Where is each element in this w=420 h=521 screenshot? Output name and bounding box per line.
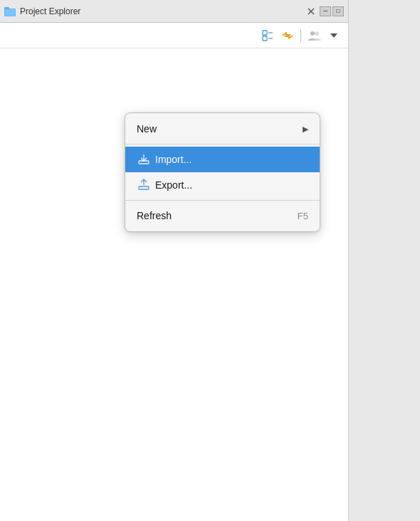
scrollbar-area <box>349 0 420 521</box>
refresh-shortcut: F5 <box>298 211 308 221</box>
svg-point-9 <box>310 31 315 36</box>
menu-item-new-label: New <box>137 123 303 135</box>
menu-item-refresh-label: Refresh <box>137 210 298 221</box>
toolbar-separator <box>300 29 301 42</box>
submenu-arrow-icon: ▶ <box>303 125 308 134</box>
project-explorer-panel: Project Explorer ─ □ <box>0 0 349 521</box>
menu-item-new[interactable]: New ▶ <box>125 116 320 142</box>
title-bar: Project Explorer ─ □ <box>0 0 348 23</box>
svg-rect-2 <box>5 9 15 16</box>
minimize-button[interactable]: ─ <box>320 6 331 16</box>
collapse-all-button[interactable] <box>259 27 276 44</box>
toolbar <box>0 23 348 48</box>
svg-point-10 <box>315 31 319 36</box>
window-controls: ─ □ <box>320 6 344 16</box>
menu-item-import[interactable]: Import... <box>125 147 320 172</box>
import-icon <box>137 152 151 167</box>
svg-marker-11 <box>330 33 337 38</box>
menu-separator-1 <box>125 144 320 144</box>
folder-icon <box>4 5 17 18</box>
context-menu: New ▶ Import... <box>125 112 320 232</box>
title-bar-text: Project Explorer <box>20 6 303 16</box>
menu-item-export-label: Export... <box>155 179 308 191</box>
svg-rect-6 <box>263 36 267 41</box>
menu-item-export[interactable]: Export... <box>125 172 320 198</box>
svg-rect-5 <box>263 31 267 35</box>
view-menu-button[interactable] <box>305 27 322 44</box>
menu-item-refresh[interactable]: Refresh F5 <box>125 203 320 228</box>
dropdown-button[interactable] <box>325 27 342 44</box>
sync-button[interactable] <box>279 27 296 44</box>
menu-separator-2 <box>125 200 320 201</box>
maximize-button[interactable]: □ <box>332 6 344 16</box>
close-panel-button[interactable] <box>305 6 317 17</box>
export-icon <box>137 178 151 192</box>
menu-item-import-label: Import... <box>155 154 308 165</box>
svg-rect-14 <box>139 186 149 189</box>
